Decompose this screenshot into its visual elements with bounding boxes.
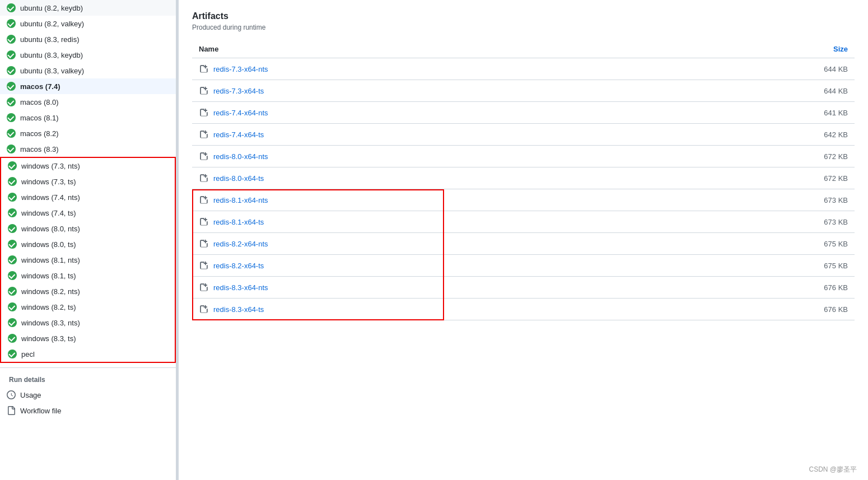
sidebar-item[interactable]: ubuntu (8.3, valkey) bbox=[0, 63, 176, 78]
artifact-size: 672 KB bbox=[648, 146, 855, 167]
artifact-size: 644 KB bbox=[648, 80, 855, 102]
sidebar-item[interactable]: ubuntu (8.3, redis) bbox=[0, 31, 176, 47]
sidebar-item[interactable]: windows (8.0, ts) bbox=[1, 236, 175, 252]
sidebar-item-label: macos (8.0) bbox=[20, 98, 59, 106]
sidebar-item-label: windows (8.3, ts) bbox=[21, 334, 76, 343]
sidebar-item[interactable]: pecl bbox=[1, 346, 175, 362]
sidebar-item[interactable]: windows (7.4, ts) bbox=[1, 205, 175, 221]
sidebar-item[interactable]: windows (8.0, nts) bbox=[1, 221, 175, 236]
artifact-link[interactable]: redis-8.0-x64-nts bbox=[213, 152, 268, 161]
sidebar-item[interactable]: windows (8.3, nts) bbox=[1, 315, 175, 330]
workflow-file-item[interactable]: Workflow file bbox=[0, 403, 176, 418]
sidebar-item[interactable]: windows (8.1, ts) bbox=[1, 268, 175, 283]
artifact-row[interactable]: redis-8.3-x64-nts676 KB bbox=[192, 277, 855, 299]
artifact-row[interactable]: redis-8.1-x64-nts673 KB bbox=[192, 189, 855, 211]
check-icon bbox=[8, 318, 17, 327]
artifact-link[interactable]: redis-8.3-x64-nts bbox=[213, 283, 268, 292]
artifact-link[interactable]: redis-8.3-x64-ts bbox=[213, 305, 264, 314]
artifact-link[interactable]: redis-7.3-x64-nts bbox=[213, 65, 268, 73]
check-icon bbox=[8, 224, 17, 233]
sidebar-item[interactable]: macos (7.4) bbox=[0, 78, 176, 94]
main-content: Artifacts Produced during runtime Name S… bbox=[179, 0, 868, 480]
sidebar-item-label: ubuntu (8.2, valkey) bbox=[20, 20, 84, 28]
sidebar-item-label: ubuntu (8.2, keydb) bbox=[20, 4, 83, 12]
sidebar-item[interactable]: ubuntu (8.2, keydb) bbox=[0, 0, 176, 16]
artifact-link[interactable]: redis-8.1-x64-nts bbox=[213, 196, 268, 204]
check-icon bbox=[7, 82, 16, 91]
sidebar-item[interactable]: macos (8.0) bbox=[0, 94, 176, 110]
check-icon bbox=[7, 129, 16, 138]
artifacts-table: Name Size redis-7.3-x64-nts644 KB redis-… bbox=[192, 40, 855, 320]
check-icon bbox=[7, 66, 16, 75]
sidebar-item[interactable]: windows (7.4, nts) bbox=[1, 189, 175, 205]
artifact-icon bbox=[199, 64, 209, 74]
artifact-link[interactable]: redis-7.4-x64-ts bbox=[213, 131, 264, 139]
artifact-row[interactable]: redis-7.4-x64-ts642 KB bbox=[192, 124, 855, 146]
sidebar-item-label: windows (7.3, ts) bbox=[21, 178, 76, 186]
sidebar-item[interactable]: windows (8.2, nts) bbox=[1, 283, 175, 299]
artifact-size: 642 KB bbox=[648, 124, 855, 146]
check-icon bbox=[7, 19, 16, 28]
sidebar-item[interactable]: windows (8.1, nts) bbox=[1, 252, 175, 268]
artifact-row[interactable]: redis-7.4-x64-nts641 KB bbox=[192, 102, 855, 124]
size-column-header: Size bbox=[648, 40, 855, 58]
artifact-icon bbox=[199, 195, 209, 205]
sidebar-item[interactable]: macos (8.2) bbox=[0, 125, 176, 141]
run-details-header: Run details bbox=[0, 372, 176, 387]
artifacts-container: Name Size redis-7.3-x64-nts644 KB redis-… bbox=[192, 40, 855, 320]
artifact-row[interactable]: redis-8.0-x64-ts672 KB bbox=[192, 167, 855, 189]
sidebar-item[interactable]: windows (7.3, ts) bbox=[1, 174, 175, 189]
check-icon bbox=[7, 113, 16, 122]
artifact-link[interactable]: redis-7.3-x64-ts bbox=[213, 87, 264, 95]
sidebar-item[interactable]: macos (8.3) bbox=[0, 141, 176, 157]
sidebar-item-label: windows (8.1, nts) bbox=[21, 256, 80, 264]
check-icon bbox=[7, 97, 16, 106]
sidebar-item-label: macos (8.1) bbox=[20, 114, 59, 122]
artifact-icon bbox=[199, 151, 209, 161]
artifact-row[interactable]: redis-8.2-x64-ts675 KB bbox=[192, 255, 855, 277]
check-icon bbox=[7, 35, 16, 44]
sidebar-item[interactable]: windows (7.3, nts) bbox=[1, 158, 175, 174]
sidebar-item-label: windows (8.0, nts) bbox=[21, 225, 80, 233]
artifact-size: 673 KB bbox=[648, 189, 855, 211]
artifact-link[interactable]: redis-8.2-x64-ts bbox=[213, 262, 264, 270]
usage-item[interactable]: Usage bbox=[0, 387, 176, 403]
sidebar-item-label: windows (8.0, ts) bbox=[21, 240, 76, 249]
sidebar: ubuntu (8.2, keydb)ubuntu (8.2, valkey)u… bbox=[0, 0, 176, 480]
artifact-row[interactable]: redis-7.3-x64-ts644 KB bbox=[192, 80, 855, 102]
artifact-row[interactable]: redis-8.0-x64-nts672 KB bbox=[192, 146, 855, 167]
check-icon bbox=[8, 177, 17, 186]
check-icon bbox=[7, 3, 16, 12]
check-icon bbox=[8, 193, 17, 202]
artifact-icon bbox=[199, 217, 209, 227]
check-icon bbox=[7, 145, 16, 153]
artifact-row[interactable]: redis-8.3-x64-ts676 KB bbox=[192, 299, 855, 320]
artifact-link[interactable]: redis-7.4-x64-nts bbox=[213, 109, 268, 117]
sidebar-item-label: macos (7.4) bbox=[20, 82, 60, 91]
sidebar-item[interactable]: windows (8.3, ts) bbox=[1, 330, 175, 346]
sidebar-item-label: windows (7.4, ts) bbox=[21, 209, 76, 217]
artifact-row[interactable]: redis-8.1-x64-ts673 KB bbox=[192, 211, 855, 233]
artifact-row[interactable]: redis-7.3-x64-nts644 KB bbox=[192, 58, 855, 80]
artifact-link[interactable]: redis-8.2-x64-nts bbox=[213, 240, 268, 248]
artifact-row[interactable]: redis-8.2-x64-nts675 KB bbox=[192, 233, 855, 255]
sidebar-item-label: windows (8.3, nts) bbox=[21, 319, 80, 327]
artifact-size: 641 KB bbox=[648, 102, 855, 124]
artifact-icon bbox=[199, 304, 209, 314]
sidebar-item-label: macos (8.2) bbox=[20, 129, 59, 138]
artifact-size: 644 KB bbox=[648, 58, 855, 80]
artifact-link[interactable]: redis-8.0-x64-ts bbox=[213, 174, 264, 183]
sidebar-item[interactable]: windows (8.2, ts) bbox=[1, 299, 175, 315]
artifact-icon bbox=[199, 173, 209, 183]
check-icon bbox=[8, 271, 17, 280]
artifact-icon bbox=[199, 129, 209, 139]
artifact-size: 676 KB bbox=[648, 277, 855, 299]
artifact-link[interactable]: redis-8.1-x64-ts bbox=[213, 218, 264, 226]
sidebar-item[interactable]: macos (8.1) bbox=[0, 110, 176, 125]
check-icon bbox=[8, 208, 17, 217]
sidebar-item[interactable]: ubuntu (8.2, valkey) bbox=[0, 16, 176, 31]
artifact-size: 675 KB bbox=[648, 233, 855, 255]
sidebar-item[interactable]: ubuntu (8.3, keydb) bbox=[0, 47, 176, 63]
check-icon bbox=[8, 161, 17, 170]
artifact-size: 673 KB bbox=[648, 211, 855, 233]
